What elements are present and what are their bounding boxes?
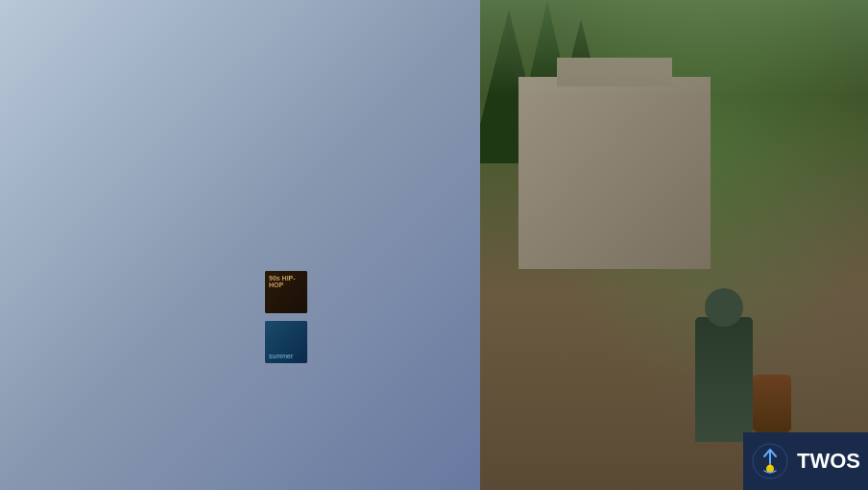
twos-watermark: TWOS bbox=[743, 432, 868, 490]
hiphop-art: 90s HIP-HOP bbox=[265, 271, 307, 313]
twos-brand-text: TWOS bbox=[797, 449, 860, 474]
spotify-panel: Spotify The Ecstatics Explosions In The … bbox=[250, 0, 480, 490]
summer-art: summer bbox=[265, 321, 307, 363]
quick-menu-panel: Quick Menu ⊘ Close Application Sound/Dev… bbox=[0, 0, 480, 490]
now-playing-item[interactable]: The Wilderness 9 Songs bbox=[265, 201, 465, 243]
twos-logo-icon bbox=[751, 442, 789, 480]
game-background bbox=[461, 0, 868, 490]
wilderness-art bbox=[265, 201, 307, 243]
